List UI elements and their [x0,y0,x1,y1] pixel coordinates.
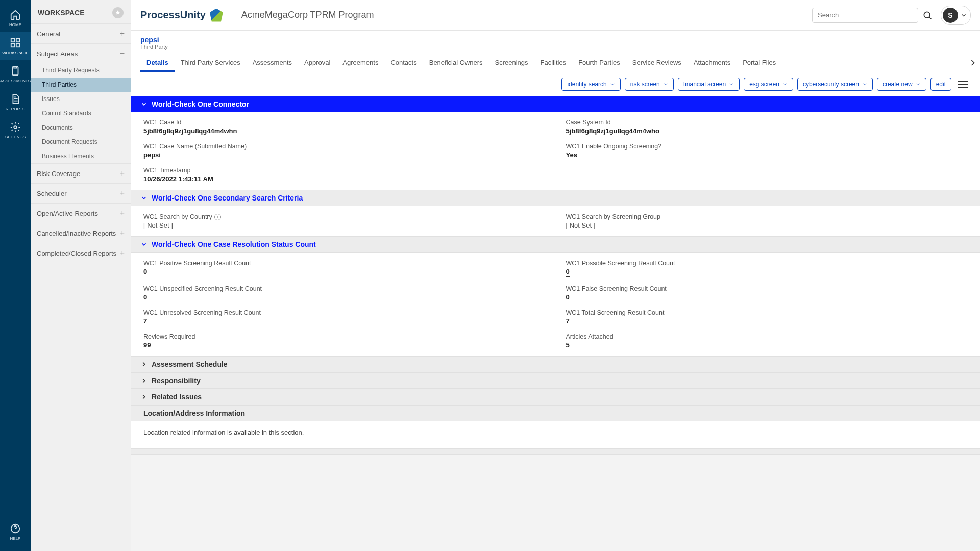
program-title: AcmeMegaCorp TPRM Program [241,10,374,20]
field-label: Articles Attached [566,333,968,340]
sidebar-group-general[interactable]: General + [31,24,131,43]
sidebar-group-label: Risk Coverage [37,170,80,178]
tab-third-party-services[interactable]: Third Party Services [175,53,247,72]
field-label: WC1 Unspecified Screening Result Count [143,285,546,292]
field-label: WC1 False Screening Result Count [566,285,968,292]
chevron-down-icon [140,194,148,202]
section-title: World-Check One Secondary Search Criteri… [152,194,303,202]
tab-beneficial-owners[interactable]: Beneficial Owners [423,53,489,72]
section-assessment-schedule[interactable]: Assessment Schedule [131,356,980,372]
action-label: esg screen [749,81,779,88]
section-secondary-header[interactable]: World-Check One Secondary Search Criteri… [131,190,980,206]
content-scroll[interactable]: World-Check One Connector WC1 Case Id5jb… [131,96,980,551]
tab-portal-files[interactable]: Portal Files [737,53,782,72]
pin-button[interactable] [112,7,124,18]
plus-icon: + [120,29,125,38]
tab-contacts[interactable]: Contacts [384,53,423,72]
sidebar-item-documents[interactable]: Documents [31,120,131,135]
tab-assessments[interactable]: Assessments [247,53,298,72]
field-label: WC1 Total Screening Result Count [566,309,968,316]
sidebar-item-issues[interactable]: Issues [31,92,131,106]
tab-strip: Details Third Party Services Assessments… [131,53,980,72]
more-menu[interactable] [958,78,971,91]
field-value: 0 [566,293,968,301]
field-value: 5jb8f6g8q9zj1gu8qg44m4whn [143,127,546,135]
rail-workspace[interactable]: WORKSPACE [0,32,31,60]
chevron-down-icon [140,241,148,248]
tab-fourth-parties[interactable]: Fourth Parties [572,53,626,72]
user-menu[interactable]: S [941,6,971,25]
section-location-header[interactable]: Location/Address Information [131,405,980,421]
sidebar-group-risk-coverage[interactable]: Risk Coverage+ [31,164,131,183]
action-label: identity search [567,81,606,88]
section-responsibility[interactable]: Responsibility [131,372,980,389]
chevron-right-icon [140,377,148,384]
sidebar-group-open-reports[interactable]: Open/Active Reports+ [31,204,131,223]
brand-text: ProcessUnity [140,9,206,21]
section-resolution-header[interactable]: World-Check One Case Resolution Status C… [131,236,980,253]
action-bar: identity search risk screen financial sc… [131,72,980,96]
main-column: ProcessUnity AcmeMegaCorp TPRM Program S… [131,0,980,551]
section-title: Assessment Schedule [152,360,228,368]
action-financial-screen[interactable]: financial screen [678,78,740,91]
tab-details[interactable]: Details [140,53,175,72]
sidebar-group-completed-reports[interactable]: Completed/Closed Reports+ [31,243,131,263]
section-divider [131,448,980,455]
field-label: Reviews Required [143,333,546,340]
record-header: pepsi Third Party [131,31,980,53]
sidebar-group-subject-areas[interactable]: Subject Areas − [31,44,131,63]
rail-assessments[interactable]: ASSESSMENTS [0,60,31,88]
brand-mark-icon [210,9,223,22]
tab-agreements[interactable]: Agreements [336,53,384,72]
rail-label: REPORTS [6,107,26,111]
field-value: 5 [566,341,968,349]
action-identity-search[interactable]: identity search [561,78,620,91]
sidebar-item-third-parties[interactable]: Third Parties [31,78,131,92]
sidebar-title: WORKSPACE [38,9,85,17]
grid-icon [10,37,21,48]
field-value: pepsi [143,151,546,159]
action-esg-screen[interactable]: esg screen [744,78,793,91]
rail-label: ASSESSMENTS [0,79,31,83]
sidebar-item-control-standards[interactable]: Control Standards [31,106,131,120]
tab-facilities[interactable]: Facilities [534,53,573,72]
record-subtitle: Third Party [140,44,971,50]
location-text: Location related information is availabl… [131,421,980,443]
rail-label: HELP [10,536,21,541]
action-risk-screen[interactable]: risk screen [625,78,674,91]
sidebar-group-cancelled-reports[interactable]: Cancelled/Inactive Reports+ [31,223,131,243]
field-value: Yes [566,151,968,159]
field-value: 7 [143,317,546,325]
chevron-down-icon [140,101,148,108]
action-create-new[interactable]: create new [877,78,926,91]
search-button[interactable] [918,6,937,24]
rail-help[interactable]: HELP [0,518,31,546]
field-label: Case System Id [566,119,968,126]
section-title: Location/Address Information [143,409,245,417]
rail-home[interactable]: HOME [0,4,31,32]
record-title[interactable]: pepsi [140,36,971,44]
sidebar-item-business-elements[interactable]: Business Elements [31,149,131,163]
tab-attachments[interactable]: Attachments [688,53,737,72]
brand-logo[interactable]: ProcessUnity [140,9,223,22]
tab-screenings[interactable]: Screenings [489,53,534,72]
section-related-issues[interactable]: Related Issues [131,389,980,405]
tab-service-reviews[interactable]: Service Reviews [626,53,688,72]
action-edit[interactable]: edit [930,78,951,91]
search-input[interactable] [812,8,918,23]
info-icon[interactable]: i [214,214,221,220]
sidebar-item-document-requests[interactable]: Document Requests [31,135,131,149]
tab-approval[interactable]: Approval [298,53,336,72]
field-value: [ Not Set ] [143,221,546,229]
left-rail: HOME WORKSPACE ASSESSMENTS REPORTS SETTI… [0,0,31,551]
section-title: Responsibility [152,377,201,385]
rail-reports[interactable]: REPORTS [0,88,31,116]
action-cybersecurity-screen[interactable]: cybersecurity screen [797,78,873,91]
rail-settings[interactable]: SETTINGS [0,116,31,144]
svg-rect-1 [16,39,19,42]
section-connector-header[interactable]: World-Check One Connector [131,96,980,112]
sidebar-item-third-party-requests[interactable]: Third Party Requests [31,63,131,78]
tab-scroll-right[interactable] [968,58,978,68]
section-title: World-Check One Case Resolution Status C… [152,240,316,248]
sidebar-group-scheduler[interactable]: Scheduler+ [31,184,131,203]
